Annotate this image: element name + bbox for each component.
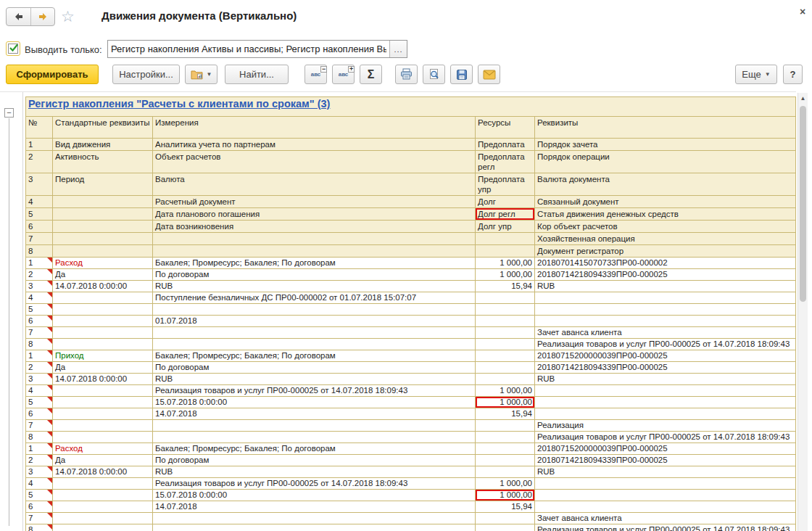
cell-attribute[interactable]: Зачет аванса клиента xyxy=(535,513,796,524)
cell-resource[interactable]: Предоплата регл xyxy=(476,151,535,173)
back-button[interactable] xyxy=(7,8,30,25)
column-header[interactable]: № xyxy=(26,117,53,139)
cell-dimension[interactable]: По договорам xyxy=(153,269,476,281)
row-number[interactable]: 6 xyxy=(26,501,53,513)
cell-attribute[interactable] xyxy=(535,316,796,327)
cell-attribute[interactable] xyxy=(535,292,796,304)
cell-attribute[interactable]: 20180714218094339ПР00-000025 xyxy=(535,269,796,281)
column-header[interactable]: Ресурсы xyxy=(476,117,535,139)
cell-dimension[interactable] xyxy=(153,245,476,258)
collapse-group-toggle[interactable]: − xyxy=(4,108,14,118)
cell-resource[interactable] xyxy=(476,350,535,362)
row-number[interactable]: 6 xyxy=(26,316,53,327)
cell-resource[interactable]: 1 000,00 xyxy=(476,258,535,269)
cell-resource[interactable]: 15,94 xyxy=(476,501,535,513)
cell-attribute[interactable]: 20180715200000039ПР00-000025 xyxy=(535,443,796,455)
row-number[interactable]: 2 xyxy=(26,151,53,173)
cell-attribute[interactable]: 20180714218094339ПР00-000025 xyxy=(535,455,796,466)
cell-resource[interactable]: 15,94 xyxy=(476,408,535,420)
cell-resource[interactable]: Долг регл xyxy=(476,208,535,221)
help-button[interactable]: ? xyxy=(783,65,803,84)
cell-attribute[interactable]: Хозяйственная операция xyxy=(535,233,796,245)
row-number[interactable]: 7 xyxy=(26,233,53,245)
cell-standard-attr[interactable] xyxy=(53,432,153,443)
cell-standard-attr[interactable]: Активность xyxy=(53,151,153,173)
row-number[interactable]: 1 xyxy=(26,443,53,455)
cell-attribute[interactable]: 20180715200000039ПР00-000025 xyxy=(535,350,796,362)
cell-attribute[interactable] xyxy=(535,385,796,397)
cell-dimension[interactable]: 15.07.2018 0:00:00 xyxy=(153,490,476,501)
cell-standard-attr[interactable] xyxy=(53,339,153,350)
cell-standard-attr[interactable] xyxy=(53,196,153,208)
cell-attribute[interactable] xyxy=(535,408,796,420)
cell-standard-attr[interactable] xyxy=(53,501,153,513)
cell-attribute[interactable]: RUB xyxy=(535,374,796,385)
cell-attribute[interactable]: Связанный документ xyxy=(535,196,796,208)
cell-standard-attr[interactable]: 14.07.2018 0:00:00 xyxy=(53,281,153,292)
cell-standard-attr[interactable]: Приход xyxy=(53,350,153,362)
cell-resource[interactable]: Предоплата xyxy=(476,139,535,151)
cell-attribute[interactable]: Порядок операции xyxy=(535,151,796,173)
cell-standard-attr[interactable]: Да xyxy=(53,455,153,466)
cell-standard-attr[interactable] xyxy=(53,490,153,501)
cell-resource[interactable] xyxy=(476,327,535,339)
cell-dimension[interactable] xyxy=(153,233,476,245)
cell-attribute[interactable] xyxy=(535,397,796,408)
cell-resource[interactable] xyxy=(476,466,535,478)
cell-standard-attr[interactable]: 14.07.2018 0:00:00 xyxy=(53,466,153,478)
row-number[interactable]: 2 xyxy=(26,362,53,374)
cell-dimension[interactable]: RUB xyxy=(153,466,476,478)
cell-dimension[interactable]: Аналитика учета по партнерам xyxy=(153,139,476,151)
row-number[interactable]: 5 xyxy=(26,304,53,316)
report-title-link[interactable]: Регистр накопления "Расчеты с клиентами … xyxy=(28,98,330,110)
cell-standard-attr[interactable]: Да xyxy=(53,269,153,281)
cell-resource[interactable] xyxy=(476,304,535,316)
row-number[interactable]: 4 xyxy=(26,385,53,397)
scrollbar-thumb[interactable] xyxy=(800,106,806,302)
forward-button[interactable] xyxy=(30,8,54,25)
cell-resource[interactable]: 15,94 xyxy=(476,281,535,292)
cell-standard-attr[interactable] xyxy=(53,513,153,524)
row-number[interactable]: 8 xyxy=(26,339,53,350)
cell-attribute[interactable] xyxy=(535,304,796,316)
cell-standard-attr[interactable] xyxy=(53,316,153,327)
cell-dimension[interactable] xyxy=(153,432,476,443)
find-button[interactable]: Найти... xyxy=(225,65,289,84)
print-button[interactable] xyxy=(395,65,418,84)
cell-dimension[interactable]: 14.07.2018 xyxy=(153,501,476,513)
row-number[interactable]: 6 xyxy=(26,221,53,233)
cell-standard-attr[interactable]: Расход xyxy=(53,443,153,455)
cell-dimension[interactable]: Расчетный документ xyxy=(153,196,476,208)
row-number[interactable]: 4 xyxy=(26,292,53,304)
cell-attribute[interactable]: RUB xyxy=(535,281,796,292)
cell-attribute[interactable] xyxy=(535,490,796,501)
cell-standard-attr[interactable] xyxy=(53,408,153,420)
cell-standard-attr[interactable] xyxy=(53,385,153,397)
cell-resource[interactable]: 1 000,00 xyxy=(476,385,535,397)
cell-attribute[interactable]: Статья движения денежных средств xyxy=(535,208,796,221)
cell-dimension[interactable] xyxy=(153,513,476,524)
cell-standard-attr[interactable]: Да xyxy=(53,362,153,374)
cell-attribute[interactable]: Реализация товаров и услуг ПР00-000025 о… xyxy=(535,339,796,350)
cell-dimension[interactable]: По договорам xyxy=(153,455,476,466)
cell-dimension[interactable]: 01.07.2018 xyxy=(153,316,476,327)
row-number[interactable]: 5 xyxy=(26,208,53,221)
cell-standard-attr[interactable] xyxy=(53,233,153,245)
cell-resource[interactable]: 1 000,00 xyxy=(476,478,535,490)
row-number[interactable]: 3 xyxy=(26,466,53,478)
row-number[interactable]: 2 xyxy=(26,269,53,281)
column-header[interactable]: Стандартные реквизиты xyxy=(53,117,153,139)
row-number[interactable]: 1 xyxy=(26,350,53,362)
cell-resource[interactable] xyxy=(476,455,535,466)
settings-button[interactable]: Настройки... xyxy=(112,65,180,84)
cell-resource[interactable]: 1 000,00 xyxy=(476,269,535,281)
cell-resource[interactable] xyxy=(476,443,535,455)
cell-resource[interactable]: Предоплата упр xyxy=(476,173,535,196)
row-number[interactable]: 8 xyxy=(26,245,53,258)
cell-attribute[interactable] xyxy=(535,478,796,490)
cell-standard-attr[interactable]: Расход xyxy=(53,258,153,269)
row-number[interactable]: 4 xyxy=(26,196,53,208)
vertical-scrollbar[interactable]: ▲ xyxy=(798,93,808,531)
cell-dimension[interactable]: Дата возникновения xyxy=(153,221,476,233)
show-only-checkbox[interactable] xyxy=(6,41,20,56)
